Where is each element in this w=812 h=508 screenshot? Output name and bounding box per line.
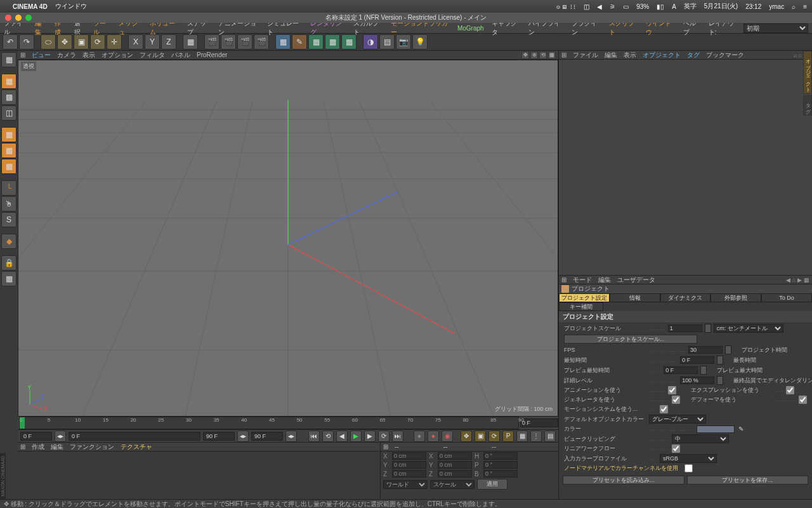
pos-x-field[interactable] xyxy=(392,452,426,460)
vp-nav-layout-icon[interactable]: ▦ xyxy=(548,51,556,59)
pen-tool-button[interactable]: ✎ xyxy=(292,34,307,50)
defcolor-select[interactable]: グレー-ブルー xyxy=(649,415,706,424)
menu-icon[interactable]: ≡ xyxy=(803,3,807,10)
tab-key-interp[interactable]: キー補間 xyxy=(559,302,603,311)
scale-project-button[interactable]: プロジェクトをスケール... xyxy=(564,335,697,344)
vp-menu-prorender[interactable]: ProRender xyxy=(197,51,227,58)
vp-menu-view[interactable]: ビュー xyxy=(32,51,51,60)
spotlight-icon[interactable]: ⌕ xyxy=(792,3,796,10)
size-y-field[interactable] xyxy=(438,461,472,469)
object-manager[interactable] xyxy=(559,60,812,276)
coord-mode-select[interactable]: ワールド xyxy=(383,480,428,489)
coord-system-button[interactable]: ▦ xyxy=(183,34,198,50)
coord-scale-select[interactable]: スケール xyxy=(430,480,475,489)
scale-unit-select[interactable]: cm: センチメートル xyxy=(714,324,783,333)
rotate-tool[interactable]: ⟳ xyxy=(90,34,105,50)
node-mat-check[interactable] xyxy=(684,464,693,472)
dock-tab-1[interactable]: オブジェクト xyxy=(803,51,812,94)
attr-back-icon[interactable]: ◀ xyxy=(786,277,790,283)
pencil-icon[interactable]: ✎ xyxy=(738,425,743,432)
use-expr-check[interactable] xyxy=(786,386,794,394)
make-editable-button[interactable]: ▦ xyxy=(1,52,16,67)
menu-mograph[interactable]: MoGraph xyxy=(457,25,484,32)
obj-menu-tags[interactable]: タグ xyxy=(687,51,700,60)
pos-y-field[interactable] xyxy=(392,461,426,469)
prev-frame-button[interactable]: ◀ xyxy=(336,431,348,442)
workplane-button[interactable]: ◫ xyxy=(1,105,16,121)
axis-mode-button[interactable]: └ xyxy=(1,180,16,196)
pvmin-field[interactable] xyxy=(664,366,698,374)
timeline-ruler[interactable]: 051015202530354045505560657075808590 xyxy=(19,417,519,429)
use-anim-check[interactable] xyxy=(668,386,676,394)
minimize-icon[interactable] xyxy=(15,15,22,21)
vp-nav-zoom-icon[interactable]: ⊕ xyxy=(530,51,538,59)
color-swatch[interactable] xyxy=(697,425,735,433)
goto-start-button[interactable]: ⏮ xyxy=(308,431,320,442)
range-spin[interactable]: ◂▸ xyxy=(55,431,66,442)
prev-key-button[interactable]: ⟲ xyxy=(322,431,334,442)
rot-h-field[interactable] xyxy=(483,452,518,460)
size-x-field[interactable] xyxy=(438,452,472,460)
mat-menu-texture[interactable]: テクスチャ xyxy=(121,443,152,451)
texture-mode-button[interactable]: ▩ xyxy=(1,90,16,105)
edges-mode-button[interactable]: ▦ xyxy=(1,143,16,158)
move-tool[interactable]: ✥ xyxy=(57,34,72,50)
tab-xref[interactable]: 外部参照 xyxy=(710,293,761,302)
close-icon[interactable] xyxy=(5,15,11,21)
detail-field[interactable] xyxy=(680,377,714,384)
attr-fwd-icon[interactable]: ▶ xyxy=(797,277,802,283)
display-icon[interactable]: ◫ xyxy=(584,3,589,10)
key-opts-button[interactable]: ⋮ xyxy=(530,431,542,442)
light-button[interactable]: 💡 xyxy=(412,34,428,50)
vp-menu-options[interactable]: オプション xyxy=(102,51,133,60)
viewport-solo-button[interactable]: ◆ xyxy=(1,234,16,249)
axis-z-button[interactable]: Z xyxy=(161,34,176,50)
autokey-button[interactable]: ● xyxy=(428,431,439,442)
range-start-field[interactable]: 0 F xyxy=(20,432,52,441)
vp-nav-pan-icon[interactable]: ✥ xyxy=(521,51,529,59)
vp-panel-icon[interactable]: ⊞ xyxy=(20,51,25,58)
redo-button[interactable]: ↷ xyxy=(19,34,34,50)
tweak-mode-button[interactable]: 🖱 xyxy=(1,196,16,211)
dropbox-icon[interactable]: ⌾ 🗉 ⫶⫶ xyxy=(556,3,577,10)
key-opts2-button[interactable]: ▤ xyxy=(544,431,556,442)
key-scale-button[interactable]: ▣ xyxy=(475,431,486,442)
key-pla-button[interactable]: ▦ xyxy=(516,431,528,442)
keyframe-button[interactable]: ◉ xyxy=(442,431,453,442)
breadcrumb[interactable]: プロジェクト xyxy=(572,284,610,293)
key-param-button[interactable]: P xyxy=(502,431,514,442)
viewport-perspective[interactable]: 透視 グリッド間隔 : 100 cm X Y Z xyxy=(18,60,558,417)
attr-menu-mode[interactable]: モード xyxy=(573,276,592,284)
picture-viewer-button[interactable]: 🎬 xyxy=(254,34,269,50)
mat-menu-edit[interactable]: 編集 xyxy=(51,443,63,451)
app-name[interactable]: CINEMA 4D xyxy=(13,3,48,10)
vp-menu-filter[interactable]: フィルタ xyxy=(140,51,165,60)
record-button[interactable]: ● xyxy=(414,431,425,442)
attr-menu-edit[interactable]: 編集 xyxy=(598,276,611,284)
next-frame-button[interactable]: ▶ xyxy=(364,431,376,442)
scale-spin[interactable] xyxy=(705,324,711,333)
layout-select[interactable]: 初期 xyxy=(743,23,808,33)
size-z-field[interactable] xyxy=(438,470,472,478)
array-button[interactable]: ▦ xyxy=(325,34,340,50)
search-icon[interactable]: ⌕ xyxy=(794,52,797,58)
axis-y-button[interactable]: Y xyxy=(145,34,160,50)
mintime-field[interactable] xyxy=(680,356,714,364)
volume-icon[interactable]: ◀ xyxy=(597,3,602,10)
extrude-button[interactable]: ▦ xyxy=(341,34,357,50)
apply-button[interactable]: 適用 xyxy=(477,479,508,490)
snap-button[interactable]: S xyxy=(1,212,16,227)
airplay-icon[interactable]: ▭ xyxy=(623,3,629,10)
load-preset-button[interactable]: プリセットを読み込み... xyxy=(563,476,684,485)
mac-menu-window[interactable]: ウインドウ xyxy=(55,2,87,11)
lock-button[interactable]: 🔒 xyxy=(1,255,16,271)
fps-field[interactable] xyxy=(688,346,723,354)
subdiv-button[interactable]: ▦ xyxy=(308,34,324,50)
range-end2-spin[interactable]: ◂▸ xyxy=(285,431,297,442)
attr-up-icon[interactable]: ⌂ xyxy=(792,277,796,283)
range-end-spin[interactable]: ◂▸ xyxy=(237,431,249,442)
use-motion-check[interactable] xyxy=(660,405,668,413)
floor-button[interactable]: ▤ xyxy=(379,34,395,50)
obj-menu-view[interactable]: 表示 xyxy=(624,51,636,60)
dock-tab-2[interactable]: タグ xyxy=(803,95,812,116)
